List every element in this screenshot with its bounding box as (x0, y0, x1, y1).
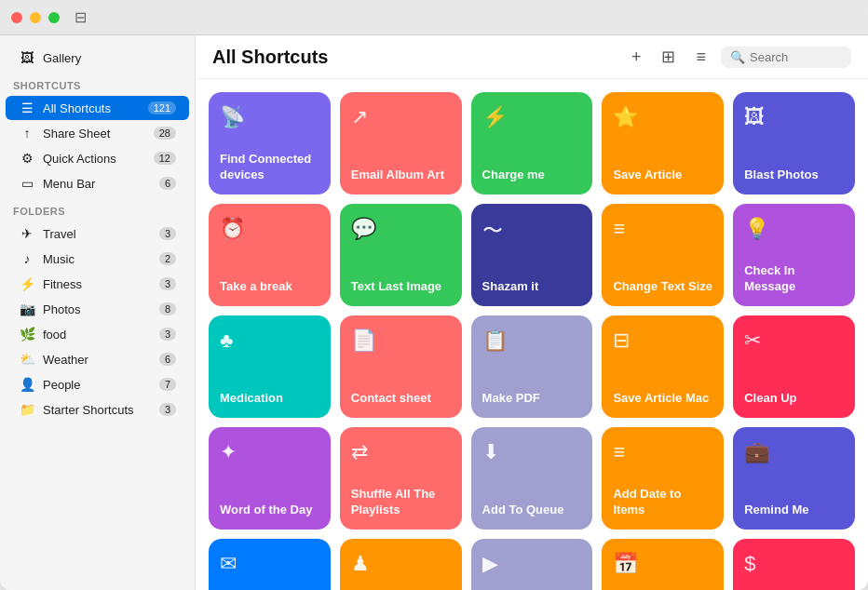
sidebar-item-starter-shortcuts[interactable]: 📁 Starter Shortcuts 3 (6, 397, 189, 422)
gallery-icon: 🖼 (19, 50, 35, 65)
shortcut-card-add-to-queue[interactable]: ⬇Add To Queue (471, 427, 593, 530)
shortcut-card-find-connected-devices[interactable]: 📡Find Connected devices (209, 92, 331, 194)
fitness-label: Fitness (43, 277, 82, 291)
shuffle-all-playlists-icon: ⇄ (351, 440, 451, 464)
save-article-label: Save Article (613, 168, 712, 183)
shortcut-card-remind-me[interactable]: 💼Remind Me (733, 427, 855, 530)
calculate-tip-icon: $ (744, 552, 844, 576)
shortcut-card-email-myself[interactable]: ✉Email Myself (209, 539, 331, 590)
shortcut-card-contact-sheet[interactable]: 📄Contact sheet (340, 315, 462, 418)
add-to-queue-label: Add To Queue (482, 503, 582, 518)
sidebar-item-travel[interactable]: ✈ Travel 3 (6, 221, 189, 246)
sidebar-item-music[interactable]: ♪ Music 2 (6, 247, 189, 271)
menu-bar-label: Menu Bar (43, 177, 95, 191)
text-last-image-icon: 💬 (351, 217, 451, 241)
shortcut-card-change-text-size[interactable]: ≡Change Text Size (602, 204, 724, 306)
shortcut-card-charge-me[interactable]: ⚡Charge me (471, 92, 593, 194)
search-box: 🔍 (721, 47, 851, 68)
change-text-size-label: Change Text Size (613, 279, 712, 295)
sidebar-gallery-label: Gallery (43, 51, 81, 65)
close-button[interactable] (11, 12, 22, 23)
share-sheet-label: Share Sheet (43, 127, 110, 141)
sidebar: 🖼 Gallery Shortcuts ☰ All Shortcuts 121 … (0, 35, 196, 590)
save-article-mac-label: Save Article Mac (613, 391, 712, 407)
shortcut-card-add-date-to-items[interactable]: ≡Add Date to Items (602, 427, 724, 530)
food-label: food (43, 328, 66, 342)
shortcut-card-word-of-the-day[interactable]: ✦Word of the Day (209, 427, 331, 530)
shortcut-card-sort-lines[interactable]: ▶Sort Lines (471, 539, 593, 590)
shortcut-card-medication[interactable]: ♣Medication (209, 315, 331, 418)
all-shortcuts-label: All Shortcuts (43, 101, 111, 115)
menu-bar-badge: 6 (159, 177, 176, 190)
list-view-button[interactable]: ≡ (690, 46, 712, 69)
share-sheet-badge: 28 (154, 127, 176, 140)
shortcut-card-shuffle-all-playlists[interactable]: ⇄Shuffle All The Playlists (340, 427, 462, 530)
word-of-the-day-label: Word of the Day (220, 503, 319, 518)
search-input[interactable] (750, 50, 843, 64)
photos-badge: 8 (159, 302, 176, 315)
shortcuts-grid: 📡Find Connected devices↗Email Album Art⚡… (209, 92, 855, 590)
sidebar-item-weather[interactable]: ⛅ Weather 6 (6, 347, 189, 371)
shortcut-card-save-article[interactable]: ⭐Save Article (602, 92, 724, 194)
change-text-size-icon: ≡ (613, 217, 712, 241)
shortcut-card-blast-photos[interactable]: 🖼Blast Photos (733, 92, 855, 194)
weather-badge: 6 (159, 353, 176, 366)
shortcut-card-make-pdf[interactable]: 📋Make PDF (471, 315, 593, 418)
save-article-icon: ⭐ (613, 105, 712, 129)
travel-badge: 3 (159, 227, 176, 240)
sidebar-item-share-sheet[interactable]: ↑ Share Sheet 28 (6, 121, 189, 145)
charge-me-label: Charge me (482, 168, 582, 183)
shortcut-card-take-a-break[interactable]: ⏰Take a break (209, 204, 331, 306)
grid-view-button[interactable]: ⊞ (656, 45, 681, 69)
travel-icon: ✈ (19, 226, 35, 241)
sidebar-toggle-icon[interactable]: ⊟ (75, 8, 87, 26)
medication-icon: ♣ (220, 329, 319, 353)
sidebar-item-fitness[interactable]: ⚡ Fitness 3 (6, 272, 189, 296)
titlebar: ⊟ (0, 0, 868, 35)
sidebar-item-photos[interactable]: 📷 Photos 8 (6, 297, 189, 321)
sidebar-item-people[interactable]: 👤 People 7 (6, 372, 189, 396)
find-connected-devices-icon: 📡 (220, 105, 319, 129)
sidebar-section-shortcuts: Shortcuts (0, 71, 195, 95)
photos-icon: 📷 (19, 302, 35, 316)
shuffle-all-playlists-label: Shuffle All The Playlists (351, 487, 451, 518)
quick-actions-label: Quick Actions (43, 152, 116, 166)
minimize-button[interactable] (30, 12, 41, 23)
music-icon: ♪ (19, 251, 35, 266)
maximize-button[interactable] (48, 12, 60, 23)
sidebar-item-food[interactable]: 🌿 food 3 (6, 322, 189, 346)
weather-icon: ⛅ (19, 352, 35, 367)
shortcut-card-clean-up[interactable]: ✂Clean Up (733, 315, 855, 418)
content-area: 🖼 Gallery Shortcuts ☰ All Shortcuts 121 … (0, 35, 868, 590)
shortcut-card-how-many-days-until[interactable]: 📅How Many Days Until (602, 539, 724, 590)
shortcut-card-text-last-image[interactable]: 💬Text Last Image (340, 204, 462, 306)
add-date-to-items-icon: ≡ (613, 440, 712, 464)
shortcut-card-email-album-art[interactable]: ↗Email Album Art (340, 92, 462, 194)
shortcut-card-save-article-mac[interactable]: ⊟Save Article Mac (602, 315, 724, 418)
travel-label: Travel (43, 227, 76, 241)
sidebar-item-all-shortcuts[interactable]: ☰ All Shortcuts 121 (6, 96, 189, 120)
music-badge: 2 (159, 252, 176, 265)
food-badge: 3 (159, 328, 176, 341)
contact-sheet-label: Contact sheet (351, 391, 451, 407)
charge-me-icon: ⚡ (482, 105, 582, 129)
text-last-image-label: Text Last Image (351, 279, 451, 295)
shazam-it-icon: 〜 (482, 217, 582, 245)
sidebar-item-menu-bar[interactable]: ▭ Menu Bar 6 (6, 171, 189, 195)
sidebar-item-gallery[interactable]: 🖼 Gallery (6, 46, 189, 70)
quick-actions-icon: ⚙ (19, 151, 35, 166)
fitness-badge: 3 (159, 277, 176, 290)
sidebar-item-quick-actions[interactable]: ⚙ Quick Actions 12 (6, 146, 189, 170)
contact-sheet-icon: 📄 (351, 329, 451, 353)
find-connected-devices-label: Find Connected devices (220, 152, 319, 183)
shortcut-card-gas-on-this-street[interactable]: ♟Gas On This Street (340, 539, 462, 590)
word-of-the-day-icon: ✦ (220, 440, 319, 464)
add-button[interactable]: + (626, 46, 647, 69)
blast-photos-label: Blast Photos (744, 168, 844, 183)
page-title: All Shortcuts (212, 47, 617, 68)
shortcut-card-calculate-tip[interactable]: $Calculate Tip (733, 539, 855, 590)
shortcut-card-shazam-it[interactable]: 〜Shazam it (471, 204, 593, 306)
share-sheet-icon: ↑ (19, 126, 35, 141)
shortcut-card-check-in-message[interactable]: 💡Check In Message (733, 204, 855, 306)
make-pdf-label: Make PDF (482, 391, 582, 407)
